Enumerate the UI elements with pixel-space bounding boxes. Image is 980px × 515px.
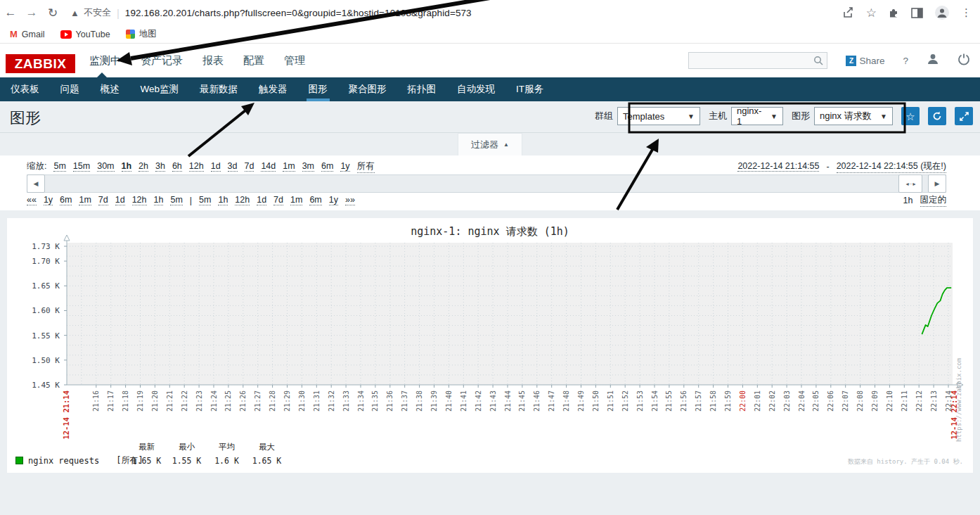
bookmark-label: 地图 — [139, 28, 157, 40]
bookmark-star-icon[interactable]: ☆ — [866, 6, 877, 20]
graph-select[interactable]: nginx 请求数▼ — [814, 107, 893, 125]
time-shift-link-12h[interactable]: 12h — [235, 195, 250, 205]
zoom-link-1m[interactable]: 1m — [283, 161, 295, 172]
zoom-link-15m[interactable]: 15m — [73, 161, 90, 172]
help-button[interactable]: ? — [903, 56, 908, 66]
time-shift-link-1y[interactable]: 1y — [44, 195, 53, 205]
zoom-link-12h[interactable]: 12h — [189, 161, 204, 172]
zoom-link-6m[interactable]: 6m — [321, 161, 333, 172]
zoom-link-14d[interactable]: 14d — [261, 161, 276, 172]
time-shift-link-1d[interactable]: 1d — [257, 195, 266, 205]
zoom-link-1y[interactable]: 1y — [340, 161, 349, 172]
extensions-icon[interactable] — [888, 7, 900, 19]
main-nav-item-管理[interactable]: 管理 — [284, 54, 305, 68]
main-nav-item-配置[interactable]: 配置 — [243, 54, 264, 68]
fixed-mode-link[interactable]: 固定的 — [920, 194, 947, 207]
main-nav-item-资产记录[interactable]: 资产记录 — [141, 54, 183, 68]
bookmark-gmail[interactable]: M Gmail — [10, 29, 45, 39]
browser-refresh-button[interactable]: ↻ — [42, 6, 63, 20]
zoom-link-3h[interactable]: 3h — [155, 161, 165, 172]
main-nav-item-报表[interactable]: 报表 — [202, 54, 224, 68]
time-shift-link-12h[interactable]: 12h — [132, 195, 147, 205]
zoom-link-6h[interactable]: 6h — [172, 161, 182, 172]
host-select[interactable]: nginx-1▼ — [731, 107, 783, 125]
host-select-value: nginx-1 — [737, 106, 765, 127]
share-page-icon[interactable] — [842, 6, 855, 19]
time-shift-link-««[interactable]: «« — [27, 195, 37, 205]
zoom-link-3d[interactable]: 3d — [228, 161, 238, 172]
subnav-item-最新数据[interactable]: 最新数据 — [189, 77, 248, 101]
favorite-button[interactable]: ☆ — [901, 107, 920, 125]
svg-text:12-14 21:14: 12-14 21:14 — [62, 390, 70, 440]
time-shift-link-5m[interactable]: 5m — [199, 195, 211, 205]
time-scrollbar[interactable]: ◀ ◂⋯▸ ▶ — [27, 174, 946, 193]
range-end-link[interactable]: 2022-12-14 22:14:55 (现在!) — [837, 160, 946, 173]
time-shift-link-7d[interactable]: 7d — [273, 195, 283, 205]
zoom-link-1d[interactable]: 1d — [211, 161, 221, 172]
side-panel-icon[interactable] — [911, 8, 923, 18]
zoom-link-30m[interactable]: 30m — [97, 161, 114, 172]
zoom-link-7d[interactable]: 7d — [245, 161, 254, 172]
subnav-item-Web监测[interactable]: Web监测 — [130, 77, 190, 101]
refresh-button[interactable] — [928, 107, 946, 125]
time-shift-link-1m[interactable]: 1m — [79, 195, 91, 205]
time-shift-link-1y[interactable]: 1y — [329, 195, 338, 205]
bookmark-maps[interactable]: 地图 — [126, 28, 157, 40]
window-fixed: 1h 固定的 — [903, 194, 946, 207]
subnav-item-IT服务[interactable]: IT服务 — [505, 77, 554, 101]
scrollbar-right-button[interactable]: ▶ — [928, 174, 946, 193]
zoom-link-1h[interactable]: 1h — [122, 161, 132, 172]
filter-toggle-tab[interactable]: 过滤器 ▲ — [458, 133, 522, 155]
time-shift-link-1h[interactable]: 1h — [218, 195, 228, 205]
group-select[interactable]: Templates▼ — [617, 107, 700, 125]
time-shift-link-6m[interactable]: 6m — [60, 195, 72, 205]
subnav-item-问题[interactable]: 问题 — [50, 77, 90, 101]
share-link[interactable]: Z Share — [846, 56, 884, 66]
time-shift-link-5m[interactable]: 5m — [170, 195, 182, 205]
time-shift-link-1m[interactable]: 1m — [290, 195, 302, 205]
svg-text:22:12: 22:12 — [915, 390, 923, 412]
scrollbar-left-button[interactable]: ◀ — [27, 174, 45, 193]
svg-text:21:43: 21:43 — [489, 390, 497, 412]
zoom-link-2h[interactable]: 2h — [138, 161, 148, 172]
subnav-item-概述[interactable]: 概述 — [90, 77, 130, 101]
subnav-item-自动发现[interactable]: 自动发现 — [446, 77, 505, 101]
browser-menu-icon[interactable]: ⋮ — [961, 6, 972, 19]
fullscreen-button[interactable] — [955, 107, 973, 125]
svg-text:22:11: 22:11 — [901, 390, 908, 412]
scrollbar-handle[interactable]: ◂⋯▸ — [898, 174, 922, 193]
subnav-item-图形[interactable]: 图形 — [298, 77, 338, 101]
legend-stats: 最新最小平均最大1.65 K1.55 K1.6 K1.65 K — [127, 442, 287, 466]
profile-button[interactable] — [927, 53, 939, 68]
profile-avatar[interactable] — [934, 5, 950, 20]
svg-text:22:01: 22:01 — [754, 390, 761, 412]
subnav-item-仪表板[interactable]: 仪表板 — [0, 77, 50, 101]
time-shift-link-6m[interactable]: 6m — [309, 195, 321, 205]
range-start-link[interactable]: 2022-12-14 21:14:55 — [737, 161, 819, 172]
browser-forward-button[interactable]: → — [21, 6, 42, 20]
address-bar[interactable]: ▲﻿ 不安全 | 192.168.20.201/charts.php?fulls… — [70, 3, 835, 23]
zoom-link-5m[interactable]: 5m — [53, 161, 65, 172]
subnav-item-聚合图形[interactable]: 聚合图形 — [338, 77, 397, 101]
stat-header-最小: 最小 — [167, 442, 207, 452]
logout-button[interactable] — [958, 53, 970, 68]
zoom-links: 缩放: 5m15m30m1h2h3h6h12h1d3d7d14d1m3m6m1y… — [27, 160, 375, 173]
time-shift-link-7d[interactable]: 7d — [98, 195, 108, 205]
main-nav-item-监测中[interactable]: 监测中 — [89, 54, 121, 68]
zoom-link-3m[interactable]: 3m — [302, 161, 314, 172]
browser-back-button[interactable]: ← — [0, 6, 21, 20]
time-shift-link-1h[interactable]: 1h — [154, 195, 164, 205]
warning-icon: ▲ — [70, 8, 79, 18]
bookmark-youtube[interactable]: YouTube — [60, 30, 110, 39]
search-input[interactable] — [688, 52, 827, 69]
time-shift-link-1d[interactable]: 1d — [115, 195, 125, 205]
svg-text:1.60 K: 1.60 K — [32, 306, 60, 315]
url-text[interactable]: 192.168.20.201/charts.php?fullscreen=0&g… — [125, 8, 472, 18]
svg-text:22:02: 22:02 — [768, 390, 776, 412]
subnav-item-触发器[interactable]: 触发器 — [248, 77, 298, 101]
security-chip[interactable]: ▲﻿ 不安全 — [70, 6, 111, 19]
zabbix-logo[interactable]: ZABBIX — [6, 54, 75, 73]
time-shift-link-»»[interactable]: »» — [345, 195, 355, 205]
subnav-item-拓扑图[interactable]: 拓扑图 — [397, 77, 447, 101]
zoom-link-所有[interactable]: 所有 — [357, 160, 375, 173]
